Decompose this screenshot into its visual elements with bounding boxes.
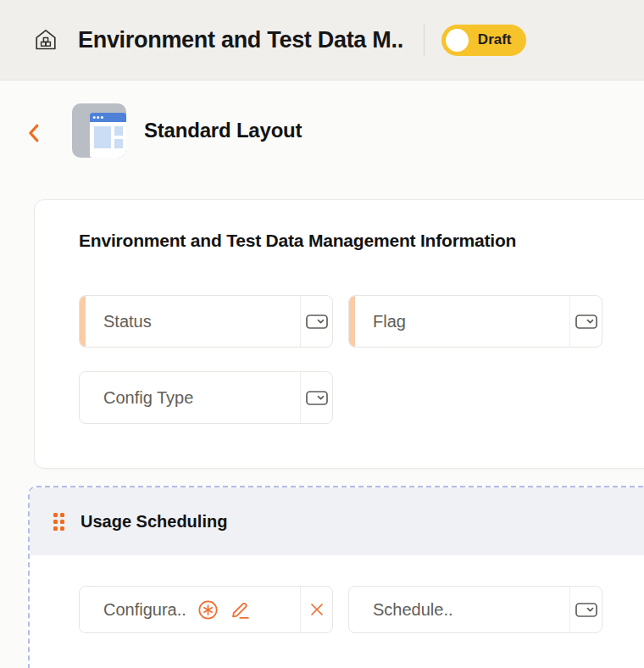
browser-window-icon — [72, 103, 126, 158]
field-status[interactable]: Status — [79, 295, 333, 348]
asterisk-circle-icon — [197, 599, 219, 621]
combobox-icon — [575, 603, 597, 617]
back-chevron-left-icon[interactable] — [27, 123, 42, 143]
section-title: Environment and Test Data Management Inf… — [79, 231, 516, 251]
field-label: Schedule.. — [373, 600, 453, 620]
form-section-usage-scheduling: Usage Scheduling Configura.. — [28, 486, 644, 668]
field-schedule[interactable]: Schedule.. — [348, 586, 602, 633]
app-header-bar: Environment and Test Data M.. Draft — [0, 0, 644, 81]
draft-status-toggle[interactable]: Draft — [441, 25, 526, 56]
field-config-type[interactable]: Config Type — [79, 371, 333, 424]
combobox-icon — [575, 315, 597, 329]
combobox-icon — [306, 391, 328, 405]
field-label: Flag — [373, 312, 406, 331]
field-label: Status — [103, 312, 152, 331]
field-label: Config Type — [103, 388, 193, 408]
remove-x-icon[interactable] — [308, 601, 325, 618]
status-label: Draft — [478, 31, 512, 48]
warehouse-icon[interactable] — [32, 26, 59, 53]
required-accent-bar — [80, 296, 86, 347]
form-section-card: Environment and Test Data Management Inf… — [34, 199, 644, 469]
page-title: Standard Layout — [144, 119, 302, 142]
field-configuration[interactable]: Configura.. — [79, 586, 333, 633]
app-title: Environment and Test Data M.. — [78, 27, 403, 53]
toggle-knob — [446, 29, 469, 52]
section-header: Usage Scheduling — [30, 487, 644, 555]
drag-handle-icon[interactable] — [53, 513, 64, 531]
required-accent-bar — [349, 296, 355, 347]
section-title: Usage Scheduling — [80, 512, 227, 532]
field-flag[interactable]: Flag — [348, 295, 602, 348]
combobox-icon — [306, 315, 328, 329]
field-label: Configura.. — [103, 600, 186, 620]
pencil-edit-icon[interactable] — [230, 599, 251, 621]
header-divider — [424, 24, 425, 56]
